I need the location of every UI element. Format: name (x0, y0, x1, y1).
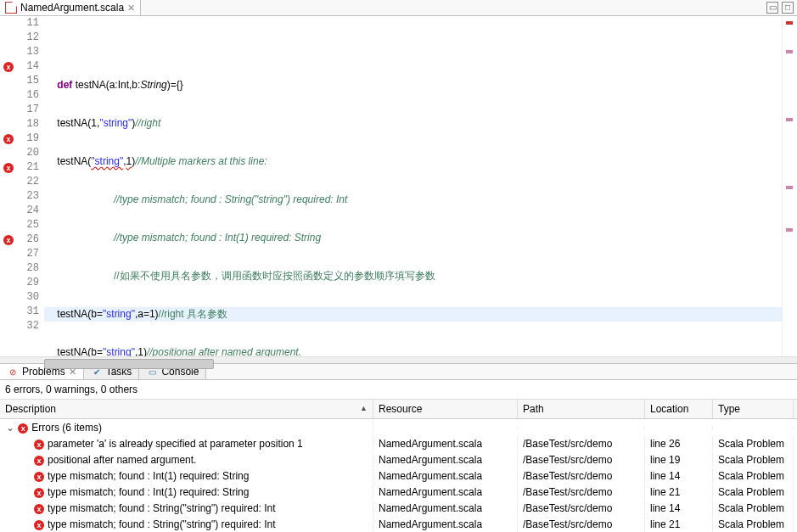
scrollbar-thumb[interactable] (44, 359, 214, 369)
error-marker-icon[interactable]: x (3, 163, 14, 173)
line-number-gutter: 11121314 15161718 19202122 23242526 2728… (17, 16, 44, 356)
problems-icon: ⊘ (7, 366, 19, 378)
col-resource[interactable]: Resource (373, 400, 518, 418)
error-icon: x (34, 504, 44, 514)
maximize-view-icon[interactable]: □ (782, 2, 794, 14)
editor-tab-active[interactable]: NamedArgument.scala ✕ (0, 0, 141, 15)
problem-row[interactable]: xpositional after named argument.NamedAr… (0, 451, 797, 468)
code-content[interactable]: def testNA(a:Int,b:String)={} testNA(1,"… (44, 16, 782, 356)
collapse-toggle-icon[interactable]: ⌄ (5, 422, 15, 434)
problem-row[interactable]: xtype mismatch; found : String("string")… (0, 500, 797, 516)
overview-ruler[interactable] (782, 16, 797, 356)
problem-row[interactable]: xtype mismatch; found : Int(1) required:… (0, 468, 797, 484)
problems-table-header: Description▲ Resource Path Location Type (0, 400, 797, 419)
error-marker-icon[interactable]: x (3, 62, 14, 72)
problems-summary: 6 errors, 0 warnings, 0 others (0, 380, 797, 400)
error-icon: x (34, 440, 44, 450)
error-icon: x (34, 488, 44, 498)
error-icon: x (18, 423, 28, 434)
error-icon: x (34, 472, 44, 482)
error-icon: x (34, 456, 44, 466)
editor-tabs-bar: NamedArgument.scala ✕ ▭ □ (0, 0, 797, 16)
problems-table: Description▲ Resource Path Location Type… (0, 400, 797, 532)
error-marker-icon[interactable]: x (3, 134, 14, 144)
code-editor[interactable]: x x x x 11121314 15161718 19202122 23242… (0, 16, 797, 356)
col-location[interactable]: Location (645, 400, 713, 418)
problems-group-row[interactable]: ⌄ xErrors (6 items) (0, 419, 797, 435)
minimize-view-icon[interactable]: ▭ (766, 2, 778, 14)
error-icon: x (34, 520, 44, 530)
problem-row[interactable]: xtype mismatch; found : String("string")… (0, 516, 797, 532)
view-controls: ▭ □ (766, 2, 794, 14)
scala-file-icon (5, 2, 17, 14)
problem-row[interactable]: xparameter 'a' is already specified at p… (0, 435, 797, 451)
marker-gutter: x x x x (0, 16, 17, 356)
error-marker-icon[interactable]: x (3, 235, 14, 245)
col-path[interactable]: Path (518, 400, 645, 418)
problem-row[interactable]: xtype mismatch; found : Int(1) required:… (0, 484, 797, 500)
editor-tab-label: NamedArgument.scala (20, 2, 124, 14)
col-description[interactable]: Description▲ (0, 400, 373, 418)
sort-asc-icon: ▲ (360, 404, 368, 412)
col-type[interactable]: Type (713, 400, 794, 418)
close-tab-icon[interactable]: ✕ (127, 3, 135, 14)
horizontal-scrollbar[interactable] (0, 356, 797, 363)
